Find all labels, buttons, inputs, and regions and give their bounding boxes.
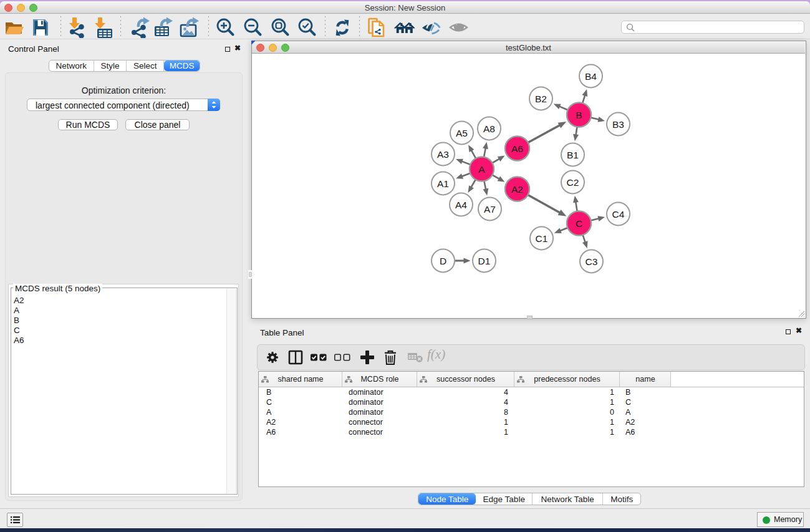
svg-text:C2: C2 (567, 177, 579, 188)
svg-text:B4: B4 (585, 71, 597, 82)
svg-text:C: C (576, 218, 582, 229)
svg-text:D1: D1 (478, 256, 491, 266)
svg-text:A4: A4 (455, 200, 467, 210)
svg-text:B2: B2 (535, 94, 547, 104)
svg-text:A1: A1 (437, 178, 449, 189)
svg-text:B3: B3 (612, 119, 624, 130)
svg-text:C4: C4 (612, 209, 625, 220)
svg-text:A2: A2 (511, 184, 523, 195)
svg-text:A: A (478, 164, 485, 175)
svg-text:C3: C3 (586, 256, 598, 267)
svg-text:B1: B1 (567, 150, 579, 160)
svg-text:A5: A5 (456, 128, 468, 138)
svg-text:A7: A7 (484, 204, 496, 215)
svg-text:C1: C1 (536, 233, 548, 244)
svg-text:B: B (576, 110, 582, 120)
svg-text:A3: A3 (437, 149, 449, 160)
svg-text:A8: A8 (483, 123, 495, 134)
svg-text:D: D (440, 256, 446, 266)
svg-text:A6: A6 (511, 143, 523, 154)
